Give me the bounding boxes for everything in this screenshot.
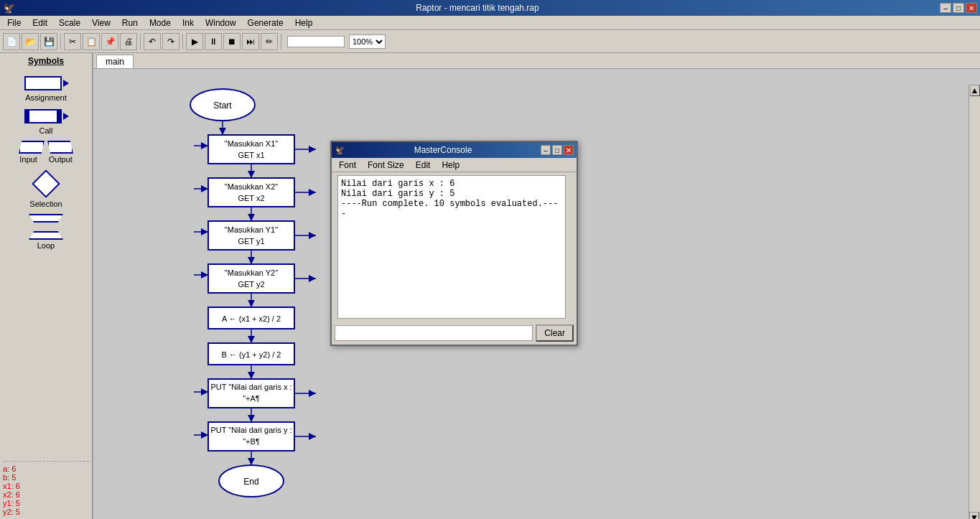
svg-marker-32 — [201, 271, 208, 279]
separator-2 — [140, 34, 141, 50]
content-area: main Start "Masukkan X1" GET x1 — [93, 53, 980, 519]
svg-marker-56 — [248, 415, 255, 422]
svg-marker-58 — [201, 431, 208, 439]
svg-marker-54 — [309, 390, 316, 397]
dialog-menu-help[interactable]: Help — [436, 159, 465, 172]
svg-rect-40 — [208, 307, 294, 329]
svg-marker-12 — [248, 171, 255, 178]
svg-text:GET y1: GET y1 — [238, 237, 264, 246]
menu-ink[interactable]: Ink — [177, 17, 200, 29]
cut-button[interactable]: ✂ — [64, 33, 81, 50]
svg-rect-15 — [208, 178, 294, 207]
selection-label: Selection — [29, 200, 62, 208]
svg-marker-10 — [309, 146, 316, 153]
svg-point-66 — [219, 465, 284, 497]
step-button[interactable]: ⏭ — [242, 33, 259, 50]
app-icon: 🦅 — [3, 2, 15, 14]
output-line-2: Nilai dari garis y : 5 — [341, 189, 559, 199]
svg-text:"Masukkan Y2": "Masukkan Y2" — [225, 268, 278, 277]
var-a: a: 6 — [3, 464, 89, 473]
dialog-input-row: Clear — [332, 322, 577, 345]
window-title: Raptor - mencari titik tengah.rap — [15, 3, 940, 13]
canvas[interactable]: Start "Masukkan X1" GET x1 — [93, 69, 980, 519]
svg-text:"+A¶: "+A¶ — [243, 394, 260, 403]
assignment-label: Assignment — [25, 93, 66, 102]
symbol-io[interactable]: Input Output — [19, 141, 73, 164]
menu-file[interactable]: File — [1, 17, 27, 29]
pause-button[interactable]: ⏸ — [205, 33, 222, 50]
print-button[interactable]: 🖨 — [120, 33, 137, 50]
symbols-title: Symbols — [28, 56, 64, 66]
dialog-menu-fontsize[interactable]: Font Size — [362, 159, 410, 172]
run-button[interactable]: ▶ — [186, 33, 203, 50]
symbol-call[interactable]: Call — [24, 108, 67, 135]
stop-button[interactable]: ⏹ — [223, 33, 241, 50]
svg-text:A ← (x1 + x2) / 2: A ← (x1 + x2) / 2 — [222, 314, 281, 323]
open-button[interactable]: 📂 — [22, 33, 39, 50]
var-y1: y1: 5 — [3, 499, 89, 508]
menu-edit[interactable]: Edit — [27, 17, 53, 29]
menu-generate[interactable]: Generate — [242, 17, 289, 29]
paste-button[interactable]: 📌 — [101, 33, 118, 50]
symbol-assignment[interactable]: Assignment — [24, 75, 67, 102]
title-bar: 🦅 Raptor - mencari titik tengah.rap – □ … — [0, 0, 980, 16]
svg-marker-65 — [248, 458, 255, 465]
copy-button[interactable]: 📋 — [83, 33, 100, 50]
menu-view[interactable]: View — [86, 17, 116, 29]
dialog-maximize-button[interactable]: □ — [552, 145, 562, 155]
svg-marker-23 — [201, 228, 208, 235]
menu-window[interactable]: Window — [200, 17, 242, 29]
dialog-menu-edit[interactable]: Edit — [410, 159, 437, 172]
zoom-select[interactable]: 100% 75% 50% 150% — [349, 34, 386, 49]
menu-help[interactable]: Help — [289, 17, 319, 29]
title-bar-controls: – □ ✕ — [940, 3, 977, 13]
canvas-scrollbar-right[interactable]: ▲ ▼ — [969, 85, 980, 519]
svg-text:PUT "Nilai dari garis x :: PUT "Nilai dari garis x : — [210, 383, 291, 391]
scrollbar-up-button[interactable]: ▲ — [970, 85, 980, 96]
svg-marker-49 — [201, 388, 208, 396]
svg-marker-47 — [248, 372, 255, 379]
title-bar-left: 🦅 — [3, 2, 15, 14]
scrollbar-down-button[interactable]: ▼ — [969, 512, 979, 519]
dialog-scrollbar[interactable] — [565, 175, 574, 319]
svg-text:"+B¶: "+B¶ — [243, 437, 260, 446]
svg-rect-33 — [208, 264, 294, 293]
output-line-3: ----Run complete. 10 symbols evaluated.-… — [341, 199, 559, 219]
svg-text:B ← (y1 + y2) / 2: B ← (y1 + y2) / 2 — [222, 350, 281, 359]
minimize-button[interactable]: – — [940, 3, 951, 13]
symbol-loop[interactable]: Loop — [29, 214, 63, 250]
menu-run[interactable]: Run — [116, 17, 144, 29]
new-button[interactable]: 📄 — [3, 33, 20, 50]
dialog-controls: – □ ✕ — [541, 145, 574, 155]
symbol-selection[interactable]: Selection — [29, 169, 62, 208]
call-label: Call — [39, 126, 53, 135]
dialog-input-field[interactable] — [335, 325, 533, 341]
separator-3 — [182, 34, 183, 50]
output-line-1: Nilai dari garis x : 6 — [341, 179, 559, 189]
undo-button[interactable]: ↶ — [144, 33, 161, 50]
separator-1 — [60, 34, 61, 50]
svg-rect-24 — [208, 221, 294, 250]
close-button[interactable]: ✕ — [966, 3, 977, 13]
maximize-button[interactable]: □ — [953, 3, 964, 13]
dialog-clear-button[interactable]: Clear — [536, 324, 574, 342]
save-button[interactable]: 💾 — [40, 33, 57, 50]
menu-bar: File Edit Scale View Run Mode Ink Window… — [0, 16, 980, 30]
dialog-titlebar: 🦅 MasterConsole – □ ✕ — [332, 142, 577, 158]
svg-text:"Masukkan X2": "Masukkan X2" — [225, 182, 279, 191]
svg-text:GET x1: GET x1 — [238, 151, 264, 159]
menu-mode[interactable]: Mode — [144, 17, 177, 29]
tab-main[interactable]: main — [96, 55, 134, 68]
dialog-minimize-button[interactable]: – — [541, 145, 551, 155]
dialog-close-button[interactable]: ✕ — [564, 145, 574, 155]
redo-button[interactable]: ↷ — [162, 33, 179, 50]
separator-4 — [281, 34, 281, 50]
svg-text:"Masukkan Y1": "Masukkan Y1" — [225, 225, 278, 234]
dialog-menu-font[interactable]: Font — [333, 159, 362, 172]
master-console-dialog[interactable]: 🦅 MasterConsole – □ ✕ Font Font Size Edi… — [330, 141, 578, 346]
menu-scale[interactable]: Scale — [53, 17, 86, 29]
svg-marker-14 — [201, 185, 208, 192]
pen-button[interactable]: ✏ — [261, 33, 278, 50]
zoom-control: 100% 75% 50% 150% — [349, 34, 386, 49]
var-b: b: 5 — [3, 473, 89, 482]
